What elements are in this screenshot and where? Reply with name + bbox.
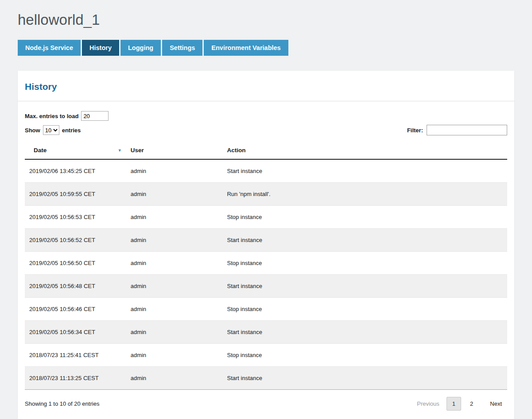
table-cell: admin xyxy=(126,229,223,252)
table-cell: admin xyxy=(126,367,223,390)
table-cell: Stop instance xyxy=(222,206,507,229)
history-table-head: Date ▼ User Action xyxy=(25,142,507,159)
table-cell: admin xyxy=(126,183,223,206)
panel-header: History xyxy=(18,71,514,101)
page-length-select[interactable]: 10 xyxy=(43,125,59,135)
tab-bar: Node.js Service History Logging Settings… xyxy=(18,40,514,56)
tab-history[interactable]: History xyxy=(82,40,119,56)
table-cell: admin xyxy=(126,252,223,275)
table-cell: admin xyxy=(126,206,223,229)
table-cell: admin xyxy=(126,159,223,183)
history-panel: History Max. entries to load Show 10 ent… xyxy=(18,71,514,419)
history-table: Date ▼ User Action 2019/02/06 13:45:25 C… xyxy=(25,142,507,390)
table-cell: admin xyxy=(126,298,223,321)
table-cell: 2018/07/23 11:25:41 CEST xyxy=(25,344,126,367)
table-cell: admin xyxy=(126,321,223,344)
sort-descending-icon: ▼ xyxy=(118,148,122,153)
pagination-previous-button[interactable]: Previous xyxy=(412,397,445,410)
table-row: 2019/02/05 10:56:53 CETadminStop instanc… xyxy=(25,206,507,229)
history-table-body: 2019/02/06 13:45:25 CETadminStart instan… xyxy=(25,159,507,390)
table-cell: Start instance xyxy=(222,229,507,252)
entries-label: entries xyxy=(62,127,81,134)
tab-settings[interactable]: Settings xyxy=(162,40,202,56)
table-row: 2019/02/05 10:56:46 CETadminStop instanc… xyxy=(25,298,507,321)
table-cell: Stop instance xyxy=(222,252,507,275)
table-cell: Start instance xyxy=(222,367,507,390)
table-cell: Start instance xyxy=(222,321,507,344)
pagination: Previous 1 2 Next xyxy=(412,397,507,411)
max-entries-control: Max. entries to load xyxy=(25,111,507,121)
show-label: Show xyxy=(25,127,40,134)
panel-body: Max. entries to load Show 10 entries Fil… xyxy=(18,111,514,419)
filter-label: Filter: xyxy=(407,127,423,134)
table-cell: 2019/02/06 13:45:25 CET xyxy=(25,159,126,183)
tab-logging[interactable]: Logging xyxy=(120,40,161,56)
pagination-page-2-button[interactable]: 2 xyxy=(465,397,478,410)
table-cell: Start instance xyxy=(222,159,507,183)
header-row: Date ▼ User Action xyxy=(25,142,507,159)
column-header-action[interactable]: Action xyxy=(222,142,507,159)
table-row: 2018/07/23 11:25:41 CESTadminStop instan… xyxy=(25,344,507,367)
table-cell: admin xyxy=(126,275,223,298)
max-entries-label: Max. entries to load xyxy=(25,113,78,119)
table-cell: 2019/02/05 10:59:55 CET xyxy=(25,183,126,206)
table-cell: admin xyxy=(126,344,223,367)
tab-environment-variables[interactable]: Environment Variables xyxy=(204,40,288,56)
table-cell: 2019/02/05 10:56:48 CET xyxy=(25,275,126,298)
table-cell: Stop instance xyxy=(222,298,507,321)
column-header-action-label: Action xyxy=(227,147,245,154)
column-header-date-label: Date xyxy=(34,147,47,154)
table-row: 2019/02/05 10:56:48 CETadminStart instan… xyxy=(25,275,507,298)
table-cell: 2019/02/05 10:56:53 CET xyxy=(25,206,126,229)
table-row: 2018/07/23 11:13:25 CESTadminStart insta… xyxy=(25,367,507,390)
column-header-date[interactable]: Date ▼ xyxy=(25,142,126,159)
page-title: helloworld_1 xyxy=(18,12,514,28)
table-row: 2019/02/05 10:59:55 CETadminRun 'npm ins… xyxy=(25,183,507,206)
max-entries-input[interactable] xyxy=(81,111,109,121)
column-header-user-label: User xyxy=(131,147,144,154)
pagination-page-1-button[interactable]: 1 xyxy=(447,397,461,411)
table-cell: Stop instance xyxy=(222,344,507,367)
filter-input[interactable] xyxy=(427,125,507,135)
pagination-next-button[interactable]: Next xyxy=(485,397,507,410)
table-cell: 2019/02/05 10:56:46 CET xyxy=(25,298,126,321)
table-footer: Showing 1 to 10 of 20 entries Previous 1… xyxy=(25,390,507,415)
column-header-user[interactable]: User xyxy=(126,142,223,159)
page: helloworld_1 Node.js Service History Log… xyxy=(0,0,532,419)
table-row: 2019/02/06 13:45:25 CETadminStart instan… xyxy=(25,159,507,183)
table-cell: 2018/07/23 11:13:25 CEST xyxy=(25,367,126,390)
table-row: 2019/02/05 10:56:34 CETadminStart instan… xyxy=(25,321,507,344)
table-cell: 2019/02/05 10:56:52 CET xyxy=(25,229,126,252)
table-cell: 2019/02/05 10:56:34 CET xyxy=(25,321,126,344)
table-controls: Show 10 entries Filter: xyxy=(25,125,507,135)
tab-nodejs-service[interactable]: Node.js Service xyxy=(18,40,81,56)
showing-entries-info: Showing 1 to 10 of 20 entries xyxy=(25,400,99,407)
show-entries-control: Show 10 entries xyxy=(25,125,81,135)
panel-heading: History xyxy=(25,81,507,92)
table-cell: 2019/02/05 10:56:50 CET xyxy=(25,252,126,275)
table-cell: Run 'npm install'. xyxy=(222,183,507,206)
table-row: 2019/02/05 10:56:52 CETadminStart instan… xyxy=(25,229,507,252)
table-row: 2019/02/05 10:56:50 CETadminStop instanc… xyxy=(25,252,507,275)
table-cell: Start instance xyxy=(222,275,507,298)
filter-control: Filter: xyxy=(407,125,507,135)
